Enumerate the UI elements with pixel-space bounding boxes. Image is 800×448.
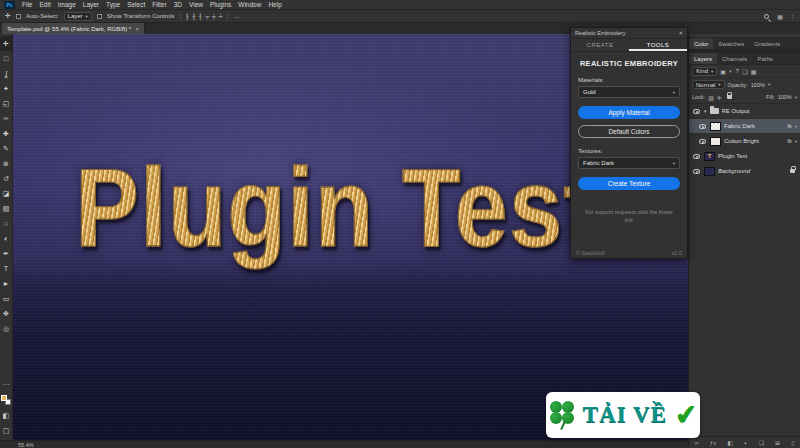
foreground-color-swatch[interactable] [1,395,7,401]
dodge-tool[interactable]: ◐ [0,231,13,246]
new-layer-icon[interactable]: ⊞ [775,439,780,446]
workspace-icon[interactable]: ▦ [777,13,783,20]
menu-view[interactable]: View [189,1,203,8]
visibility-toggle[interactable] [692,169,701,174]
lock-all-icon[interactable] [727,95,732,99]
tab-paths[interactable]: Paths [752,53,777,64]
layer-mask-icon[interactable]: ◧ [727,439,733,446]
filter-smart-objects-icon[interactable]: ▦ [751,68,757,75]
layer-fx-badge[interactable]: fx [787,138,791,144]
tab-color[interactable]: Color [689,38,713,49]
tab-tools[interactable]: TOOLS [629,39,687,51]
menu-file[interactable]: File [22,1,32,8]
default-colors-button[interactable]: Default Colors [578,125,680,138]
close-icon[interactable]: ✕ [678,30,683,36]
hand-tool[interactable]: ✥ [0,306,13,321]
visibility-toggle[interactable] [698,124,707,129]
layer-row-background[interactable]: Background [689,164,800,179]
eyedropper-tool[interactable]: ✑ [0,111,13,126]
lock-transparency-icon[interactable]: ▨ [708,94,714,101]
filter-adjustment-layers-icon[interactable]: ◐ [729,68,733,74]
blend-mode-dropdown[interactable]: Normal ▾ [692,80,725,89]
align-bottom-icon[interactable]: ┷ [219,13,223,20]
menu-image[interactable]: Image [58,1,76,8]
delete-layer-icon[interactable]: ▯ [791,439,794,446]
menu-type[interactable]: Type [106,1,120,8]
lasso-tool[interactable]: ʆ [0,66,13,81]
layer-fx-badge[interactable]: fx [787,123,791,129]
layer-thumbnail[interactable]: T [704,152,715,161]
tab-layers[interactable]: Layers [689,53,717,64]
layer-thumbnail[interactable] [710,122,721,131]
menu-plugins[interactable]: Plugins [210,1,231,8]
layer-row-fabric-dark[interactable]: Fabric Dark fx ▾ [689,119,800,134]
apply-material-button[interactable]: Apply Material [578,106,680,119]
blur-tool[interactable]: ○ [0,216,13,231]
pen-tool[interactable]: ✒ [0,246,13,261]
link-layers-icon[interactable]: ∞ [695,440,699,446]
menu-edit[interactable]: Edit [39,1,50,8]
eraser-tool[interactable]: ◪ [0,186,13,201]
fx-expand-icon[interactable]: ▾ [795,124,797,129]
more-vertical-icon[interactable]: ⋮ [789,13,795,20]
adjustment-layer-icon[interactable]: ◐ [744,440,748,446]
zoom-level[interactable]: 55.4% [18,442,34,448]
group-expander-icon[interactable]: ▾ [704,108,707,114]
plugin-panel-header[interactable]: Realistic Embroidery ✕ [571,28,687,39]
visibility-toggle[interactable] [692,154,701,159]
color-swatches[interactable] [1,395,11,405]
edit-toolbar-button[interactable]: ⋯ [0,377,13,392]
filter-type-layers-icon[interactable]: T [736,68,740,74]
visibility-toggle[interactable] [692,109,701,114]
new-group-icon[interactable]: ❏ [759,439,764,446]
fx-expand-icon[interactable]: ▾ [795,139,797,144]
textures-dropdown[interactable]: Fabric Dark ▾ [578,157,680,169]
move-tool[interactable]: ✛ [0,36,13,51]
quick-selection-tool[interactable]: ✦ [0,81,13,96]
healing-brush-tool[interactable]: ✚ [0,126,13,141]
layer-row-plugin-text[interactable]: T Plugin Text [689,149,800,164]
filter-pixel-layers-icon[interactable]: ▣ [720,68,726,75]
document-tab[interactable]: Template.psd @ 55.4% (Fabric Dark, RGB/8… [2,23,145,34]
show-transform-checkbox[interactable] [97,14,102,19]
create-texture-button[interactable]: Create Texture [578,177,680,190]
menu-filter[interactable]: Filter [152,1,166,8]
layer-row-cotton-bright[interactable]: Cotton Bright fx ▾ [689,134,800,149]
path-selection-tool[interactable]: ► [0,276,13,291]
tab-swatches[interactable]: Swatches [713,38,749,49]
fill-value[interactable]: 100% [778,94,792,100]
menu-select[interactable]: Select [127,1,145,8]
align-right-icon[interactable]: ┨ [199,13,203,20]
materials-dropdown[interactable]: Gold ▾ [578,86,680,98]
history-brush-tool[interactable]: ↺ [0,171,13,186]
copyright-link[interactable]: © StackNull [576,250,605,256]
menu-help[interactable]: Help [268,1,281,8]
align-left-icon[interactable]: ┠ [186,13,190,20]
zoom-tool[interactable]: ◎ [0,321,13,336]
shape-tool[interactable]: ▭ [0,291,13,306]
opacity-value[interactable]: 100% [751,82,765,88]
align-top-icon[interactable]: ┯ [205,13,209,20]
menu-layer[interactable]: Layer [83,1,99,8]
more-options-button[interactable]: ⋯ [233,13,239,20]
filter-shape-layers-icon[interactable]: ❏ [742,68,747,75]
tab-channels[interactable]: Channels [717,53,752,64]
clone-stamp-tool[interactable]: ⊛ [0,156,13,171]
tab-create[interactable]: CREATE [571,39,629,51]
align-center-h-icon[interactable]: ╂ [192,13,196,20]
layer-row-re-output[interactable]: ▾ RE Output [689,104,800,119]
screen-mode-button[interactable]: ▢ [0,423,13,438]
brush-tool[interactable]: ✎ [0,141,13,156]
layer-style-icon[interactable]: ƒx [710,440,716,446]
crop-tool[interactable]: ◱ [0,96,13,111]
auto-select-checkbox[interactable] [16,14,21,19]
marquee-tool[interactable]: □ [0,51,13,66]
search-icon[interactable] [764,14,769,19]
align-center-v-icon[interactable]: ┿ [212,13,216,20]
auto-select-dropdown[interactable]: Layer ▾ [64,12,92,21]
quick-mask-button[interactable]: ◧ [0,408,13,423]
menu-window[interactable]: Window [238,1,261,8]
visibility-toggle[interactable] [698,139,707,144]
lock-position-icon[interactable]: ✛ [717,94,722,101]
layer-thumbnail[interactable] [710,137,721,146]
